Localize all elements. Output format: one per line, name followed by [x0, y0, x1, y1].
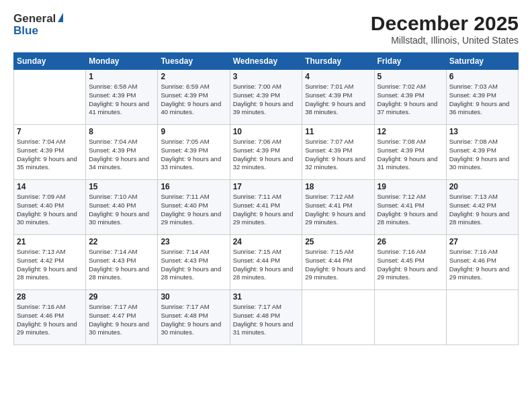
calendar-cell: 1 Sunrise: 6:58 AMSunset: 4:39 PMDayligh… — [86, 70, 158, 125]
calendar-cell: 24 Sunrise: 7:15 AMSunset: 4:44 PMDaylig… — [230, 235, 302, 290]
calendar-cell: 23 Sunrise: 7:14 AMSunset: 4:43 PMDaylig… — [158, 235, 230, 290]
col-wednesday: Wednesday — [230, 53, 302, 70]
calendar-cell: 10 Sunrise: 7:06 AMSunset: 4:39 PMDaylig… — [230, 125, 302, 180]
day-detail: Sunrise: 6:59 AMSunset: 4:39 PMDaylight:… — [161, 83, 226, 117]
day-number: 29 — [89, 292, 154, 302]
day-number: 31 — [233, 292, 300, 302]
day-detail: Sunrise: 7:13 AMSunset: 4:42 PMDaylight:… — [449, 193, 515, 227]
day-number: 11 — [305, 127, 371, 136]
calendar-cell: 15 Sunrise: 7:10 AMSunset: 4:40 PMDaylig… — [86, 180, 158, 235]
day-number: 6 — [449, 72, 515, 81]
calendar-header-row: Sunday Monday Tuesday Wednesday Thursday… — [14, 53, 519, 70]
day-number: 19 — [378, 182, 443, 191]
day-number: 12 — [378, 127, 443, 136]
logo-triangle-icon — [58, 13, 63, 22]
day-detail: Sunrise: 7:17 AMSunset: 4:48 PMDaylight:… — [161, 303, 226, 337]
day-detail: Sunrise: 7:06 AMSunset: 4:39 PMDaylight:… — [233, 138, 300, 172]
calendar-cell: 17 Sunrise: 7:11 AMSunset: 4:41 PMDaylig… — [230, 180, 302, 235]
day-number: 5 — [378, 72, 443, 81]
day-number: 27 — [449, 237, 515, 246]
day-detail: Sunrise: 7:15 AMSunset: 4:44 PMDaylight:… — [305, 248, 371, 282]
day-number: 22 — [89, 237, 154, 246]
day-number: 21 — [17, 237, 83, 246]
day-detail: Sunrise: 7:16 AMSunset: 4:46 PMDaylight:… — [17, 303, 83, 337]
day-number: 18 — [305, 182, 371, 191]
day-detail: Sunrise: 7:05 AMSunset: 4:39 PMDaylight:… — [161, 138, 226, 172]
day-detail: Sunrise: 7:10 AMSunset: 4:40 PMDaylight:… — [89, 193, 154, 227]
day-number: 15 — [89, 182, 154, 191]
calendar-cell: 7 Sunrise: 7:04 AMSunset: 4:39 PMDayligh… — [14, 125, 86, 180]
day-number: 24 — [233, 237, 300, 246]
day-detail: Sunrise: 7:04 AMSunset: 4:39 PMDaylight:… — [17, 138, 83, 172]
calendar-cell: 18 Sunrise: 7:12 AMSunset: 4:41 PMDaylig… — [302, 180, 374, 235]
day-detail: Sunrise: 7:01 AMSunset: 4:39 PMDaylight:… — [305, 83, 371, 117]
calendar-cell: 9 Sunrise: 7:05 AMSunset: 4:39 PMDayligh… — [158, 125, 230, 180]
day-detail: Sunrise: 7:00 AMSunset: 4:39 PMDaylight:… — [233, 83, 300, 117]
day-detail: Sunrise: 7:09 AMSunset: 4:40 PMDaylight:… — [17, 193, 83, 227]
calendar-cell: 12 Sunrise: 7:08 AMSunset: 4:39 PMDaylig… — [374, 125, 446, 180]
calendar-cell: 16 Sunrise: 7:11 AMSunset: 4:40 PMDaylig… — [158, 180, 230, 235]
calendar-cell: 31 Sunrise: 7:17 AMSunset: 4:48 PMDaylig… — [230, 290, 302, 345]
calendar-cell — [374, 290, 446, 345]
calendar-cell: 26 Sunrise: 7:16 AMSunset: 4:45 PMDaylig… — [374, 235, 446, 290]
day-detail: Sunrise: 7:14 AMSunset: 4:43 PMDaylight:… — [161, 248, 226, 282]
day-number: 9 — [161, 127, 226, 136]
day-number: 8 — [89, 127, 154, 136]
day-detail: Sunrise: 7:14 AMSunset: 4:43 PMDaylight:… — [89, 248, 154, 282]
day-detail: Sunrise: 7:16 AMSunset: 4:45 PMDaylight:… — [378, 248, 443, 282]
col-sunday: Sunday — [14, 53, 86, 70]
day-detail: Sunrise: 7:03 AMSunset: 4:39 PMDaylight:… — [449, 83, 515, 117]
calendar-week-row: 21 Sunrise: 7:13 AMSunset: 4:42 PMDaylig… — [14, 235, 519, 290]
day-detail: Sunrise: 7:17 AMSunset: 4:47 PMDaylight:… — [89, 303, 154, 337]
day-detail: Sunrise: 7:17 AMSunset: 4:48 PMDaylight:… — [233, 303, 300, 337]
day-number: 13 — [449, 127, 515, 136]
calendar-cell: 11 Sunrise: 7:07 AMSunset: 4:39 PMDaylig… — [302, 125, 374, 180]
day-number: 16 — [161, 182, 226, 191]
col-saturday: Saturday — [446, 53, 518, 70]
col-friday: Friday — [374, 53, 446, 70]
day-detail: Sunrise: 7:02 AMSunset: 4:39 PMDaylight:… — [378, 83, 443, 117]
main-title: December 2025 — [371, 12, 519, 35]
header: General Blue December 2025 Millstadt, Il… — [13, 12, 519, 46]
day-number: 17 — [233, 182, 300, 191]
calendar-cell: 22 Sunrise: 7:14 AMSunset: 4:43 PMDaylig… — [86, 235, 158, 290]
calendar-week-row: 1 Sunrise: 6:58 AMSunset: 4:39 PMDayligh… — [14, 70, 519, 125]
day-number: 14 — [17, 182, 83, 191]
day-number: 2 — [161, 72, 226, 81]
day-number: 30 — [161, 292, 226, 302]
day-detail: Sunrise: 7:16 AMSunset: 4:46 PMDaylight:… — [449, 248, 515, 282]
day-number: 3 — [233, 72, 300, 81]
calendar-cell: 5 Sunrise: 7:02 AMSunset: 4:39 PMDayligh… — [374, 70, 446, 125]
day-number: 23 — [161, 237, 226, 246]
day-number: 4 — [305, 72, 371, 81]
day-number: 1 — [89, 72, 154, 81]
calendar: Sunday Monday Tuesday Wednesday Thursday… — [13, 52, 519, 345]
calendar-cell: 25 Sunrise: 7:15 AMSunset: 4:44 PMDaylig… — [302, 235, 374, 290]
calendar-cell: 27 Sunrise: 7:16 AMSunset: 4:46 PMDaylig… — [446, 235, 518, 290]
day-number: 28 — [17, 292, 83, 302]
calendar-cell: 4 Sunrise: 7:01 AMSunset: 4:39 PMDayligh… — [302, 70, 374, 125]
day-detail: Sunrise: 7:04 AMSunset: 4:39 PMDaylight:… — [89, 138, 154, 172]
calendar-cell — [446, 290, 518, 345]
calendar-cell: 2 Sunrise: 6:59 AMSunset: 4:39 PMDayligh… — [158, 70, 230, 125]
day-number: 26 — [378, 237, 443, 246]
calendar-cell: 6 Sunrise: 7:03 AMSunset: 4:39 PMDayligh… — [446, 70, 518, 125]
calendar-cell: 3 Sunrise: 7:00 AMSunset: 4:39 PMDayligh… — [230, 70, 302, 125]
col-thursday: Thursday — [302, 53, 374, 70]
subtitle: Millstadt, Illinois, United States — [371, 35, 519, 46]
calendar-cell: 8 Sunrise: 7:04 AMSunset: 4:39 PMDayligh… — [86, 125, 158, 180]
calendar-cell: 14 Sunrise: 7:09 AMSunset: 4:40 PMDaylig… — [14, 180, 86, 235]
logo-blue: Blue — [13, 24, 38, 38]
day-detail: Sunrise: 7:12 AMSunset: 4:41 PMDaylight:… — [378, 193, 443, 227]
day-detail: Sunrise: 7:12 AMSunset: 4:41 PMDaylight:… — [305, 193, 371, 227]
calendar-cell: 19 Sunrise: 7:12 AMSunset: 4:41 PMDaylig… — [374, 180, 446, 235]
col-monday: Monday — [86, 53, 158, 70]
calendar-week-row: 7 Sunrise: 7:04 AMSunset: 4:39 PMDayligh… — [14, 125, 519, 180]
calendar-cell: 28 Sunrise: 7:16 AMSunset: 4:46 PMDaylig… — [14, 290, 86, 345]
page: General Blue December 2025 Millstadt, Il… — [0, 0, 532, 411]
day-number: 10 — [233, 127, 300, 136]
calendar-week-row: 14 Sunrise: 7:09 AMSunset: 4:40 PMDaylig… — [14, 180, 519, 235]
logo: General Blue — [13, 12, 63, 38]
logo-general: General — [13, 12, 56, 26]
title-block: December 2025 Millstadt, Illinois, Unite… — [371, 12, 519, 46]
